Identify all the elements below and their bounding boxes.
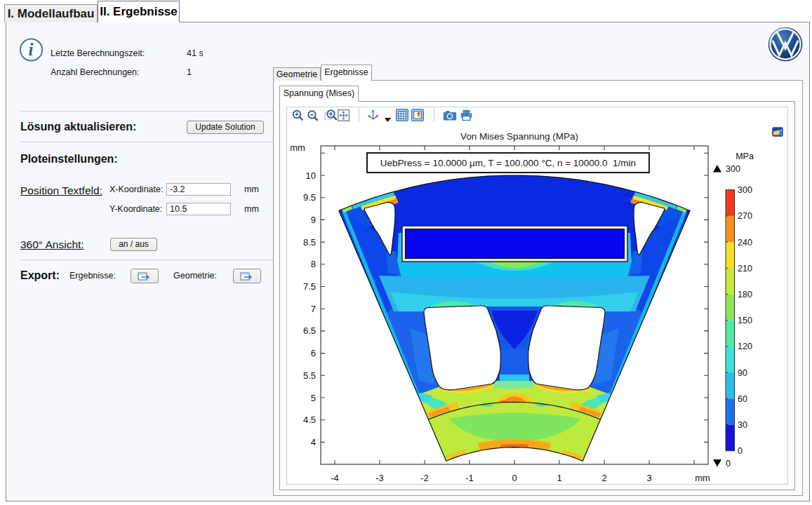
svg-text:6: 6 xyxy=(311,348,316,358)
svg-text:5: 5 xyxy=(311,393,316,403)
svg-text:60: 60 xyxy=(738,394,747,404)
svg-text:300: 300 xyxy=(738,185,752,195)
svg-text:0: 0 xyxy=(726,459,731,469)
svg-text:5.5: 5.5 xyxy=(303,370,316,381)
svg-text:120: 120 xyxy=(738,342,752,351)
svg-text:10: 10 xyxy=(306,170,316,181)
svg-text:90: 90 xyxy=(738,368,747,378)
svg-text:1: 1 xyxy=(557,473,561,483)
svg-text:240: 240 xyxy=(738,238,752,248)
svg-text:8: 8 xyxy=(311,259,316,269)
svg-text:3: 3 xyxy=(646,473,651,483)
svg-text:0: 0 xyxy=(512,473,517,483)
svg-text:7: 7 xyxy=(311,304,316,314)
svg-text:210: 210 xyxy=(738,264,752,274)
svg-text:300: 300 xyxy=(726,164,740,174)
svg-text:0: 0 xyxy=(738,446,743,456)
svg-text:Von Mises Spannung (MPa): Von Mises Spannung (MPa) xyxy=(460,131,578,142)
svg-text:-1: -1 xyxy=(465,473,474,483)
svg-text:6.5: 6.5 xyxy=(303,325,316,336)
svg-text:-4: -4 xyxy=(331,473,339,483)
svg-text:4.5: 4.5 xyxy=(303,415,316,425)
svg-text:i: i xyxy=(29,40,34,59)
svg-text:8.5: 8.5 xyxy=(303,237,316,248)
svg-text:mm: mm xyxy=(290,142,305,153)
svg-text:270: 270 xyxy=(738,211,752,221)
svg-text:150: 150 xyxy=(738,316,752,325)
svg-text:UebPress = 10.0000 µm, T = 100: UebPress = 10.0000 µm, T = 100.000 °C, n… xyxy=(380,158,636,168)
svg-text:MPa: MPa xyxy=(736,152,754,161)
svg-text:30: 30 xyxy=(738,420,747,430)
svg-text:7.5: 7.5 xyxy=(303,281,316,292)
svg-text:2: 2 xyxy=(601,473,606,483)
svg-text:9.5: 9.5 xyxy=(303,192,316,203)
svg-text:mm: mm xyxy=(695,473,710,483)
svg-text:9: 9 xyxy=(311,215,316,225)
svg-text:-3: -3 xyxy=(375,473,384,483)
svg-text:4: 4 xyxy=(311,437,316,447)
svg-text:-2: -2 xyxy=(420,473,429,483)
svg-text:180: 180 xyxy=(738,290,752,299)
